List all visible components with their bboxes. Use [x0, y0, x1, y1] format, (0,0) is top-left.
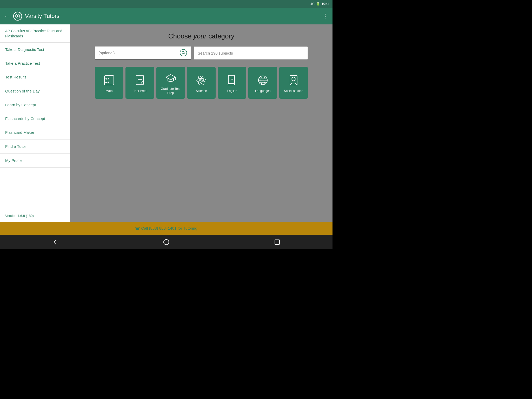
app-bar: ← Varsity Tutors ⋮	[0, 8, 332, 24]
sidebar-item-flashcards-concept[interactable]: Flashcards by Concept	[0, 112, 70, 125]
network-indicator: 4G	[310, 2, 315, 6]
home-nav-button[interactable]	[160, 236, 173, 249]
content-area: Choose your category	[70, 24, 332, 222]
sidebar-group-learn: Question of the Day Learn by Concept Fla…	[0, 84, 70, 139]
svg-text:+  ×: + ×	[105, 77, 109, 80]
search-row	[95, 46, 308, 59]
svg-point-14	[200, 79, 202, 81]
sidebar-group-tutor: Find a Tutor	[0, 139, 70, 154]
category-card-english[interactable]: English	[218, 67, 246, 99]
recents-nav-button[interactable]	[271, 236, 284, 249]
category-card-grad-test-prep[interactable]: Graduate Test Prep	[156, 67, 185, 99]
version-label: Version 1.6.8 (180)	[0, 210, 70, 222]
app-title: Varsity Tutors	[25, 13, 322, 19]
svg-text:−  ÷: − ÷	[105, 81, 109, 84]
back-button[interactable]: ←	[4, 13, 10, 19]
science-label: Science	[196, 89, 207, 93]
social-studies-icon	[287, 74, 300, 87]
sidebar-item-results[interactable]: Test Results	[0, 70, 70, 84]
svg-line-4	[184, 54, 185, 55]
grad-icon	[164, 72, 177, 84]
category-card-test-prep[interactable]: Test Prep	[125, 67, 154, 99]
sidebar-item-profile[interactable]: My Profile	[0, 154, 70, 167]
optional-search-input[interactable]	[98, 51, 178, 55]
sidebar: AP Calculus AB: Practice Tests and Flash…	[0, 24, 70, 222]
svg-point-27	[164, 240, 169, 245]
sidebar-item-question-day[interactable]: Question of the Day	[0, 84, 70, 98]
sidebar-group-profile: My Profile	[0, 154, 70, 168]
clock: 10:44	[322, 2, 329, 6]
content-title: Choose your category	[168, 32, 234, 40]
test-prep-label: Test Prep	[133, 89, 147, 93]
category-card-science[interactable]: Science	[187, 67, 216, 99]
content-title-text: Choose your category	[168, 32, 234, 40]
app-logo	[13, 11, 22, 21]
grad-test-prep-label: Graduate Test Prep	[158, 87, 183, 95]
optional-search-box[interactable]	[95, 46, 191, 59]
svg-point-3	[182, 51, 184, 54]
svg-point-15	[197, 78, 206, 82]
english-label: English	[227, 89, 237, 93]
svg-point-25	[292, 77, 295, 81]
call-bar[interactable]: ☎ Call (888) 888–1401 for Tutoring	[0, 222, 332, 235]
sidebar-item-learn-concept[interactable]: Learn by Concept	[0, 98, 70, 112]
svg-marker-12	[166, 75, 175, 80]
battery-icon: 🔋	[316, 2, 320, 6]
subject-search-input[interactable]	[194, 46, 308, 59]
languages-label: Languages	[255, 89, 270, 93]
science-icon	[195, 74, 208, 87]
sidebar-course-title: AP Calculus AB: Practice Tests and Flash…	[5, 29, 62, 38]
category-card-math[interactable]: + × − ÷ Math	[95, 67, 123, 99]
svg-rect-8	[136, 75, 143, 85]
sidebar-item-practice[interactable]: Take a Practice Test	[0, 56, 70, 70]
math-label: Math	[106, 89, 113, 93]
sidebar-header: AP Calculus AB: Practice Tests and Flash…	[0, 24, 70, 43]
svg-rect-28	[275, 240, 280, 244]
call-bar-text: ☎ Call (888) 888–1401 for Tutoring	[135, 226, 197, 231]
test-prep-icon	[134, 74, 146, 87]
sidebar-item-find-tutor[interactable]: Find a Tutor	[0, 139, 70, 153]
status-bar: 4G 🔋 10:44	[0, 0, 332, 8]
sidebar-item-flashcard-maker[interactable]: Flashcard Maker	[0, 125, 70, 139]
back-nav-button[interactable]	[49, 236, 62, 249]
category-card-social-studies[interactable]: Social studies	[279, 67, 308, 99]
svg-point-2	[17, 15, 18, 17]
svg-marker-26	[54, 240, 56, 244]
social-studies-label: Social studies	[284, 89, 303, 93]
languages-icon	[257, 74, 269, 87]
search-icon-circle[interactable]	[180, 49, 187, 56]
english-icon	[226, 74, 238, 87]
more-options-button[interactable]: ⋮	[322, 13, 328, 19]
sidebar-item-diagnostic[interactable]: Take a Diagnostic Test	[0, 43, 70, 56]
bottom-nav	[0, 235, 332, 249]
category-card-languages[interactable]: Languages	[248, 67, 277, 99]
main-layout: AP Calculus AB: Practice Tests and Flash…	[0, 24, 332, 222]
category-cards: + × − ÷ Math Test Prep	[95, 67, 308, 99]
math-icon: + × − ÷	[103, 74, 115, 87]
sidebar-group-tests: Take a Diagnostic Test Take a Practice T…	[0, 43, 70, 84]
